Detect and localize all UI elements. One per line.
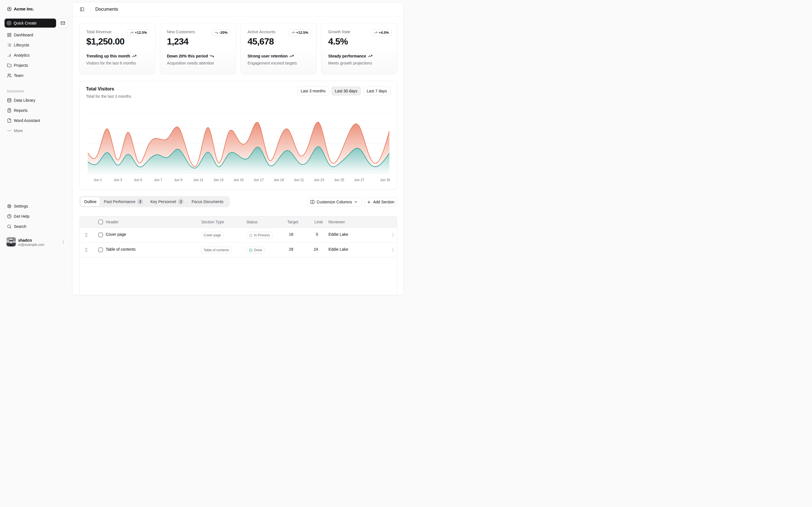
svg-text:Jun 25: Jun 25: [334, 178, 344, 182]
svg-text:Jun 9: Jun 9: [174, 178, 183, 182]
svg-text:Jun 5: Jun 5: [134, 178, 142, 182]
svg-text:Jun 21: Jun 21: [294, 178, 304, 182]
svg-text:Jun 1: Jun 1: [94, 178, 102, 182]
svg-text:Jun 19: Jun 19: [274, 178, 284, 182]
svg-text:Jun 11: Jun 11: [193, 178, 203, 182]
svg-text:Jun 15: Jun 15: [234, 178, 244, 182]
svg-text:Jun 7: Jun 7: [154, 178, 162, 182]
svg-text:Jun 13: Jun 13: [213, 178, 223, 182]
svg-text:Jun 27: Jun 27: [354, 178, 364, 182]
svg-text:Jun 17: Jun 17: [253, 178, 264, 182]
svg-text:Jun 23: Jun 23: [314, 178, 324, 182]
svg-text:Jun 30: Jun 30: [380, 178, 390, 182]
svg-text:Jun 3: Jun 3: [114, 178, 122, 182]
